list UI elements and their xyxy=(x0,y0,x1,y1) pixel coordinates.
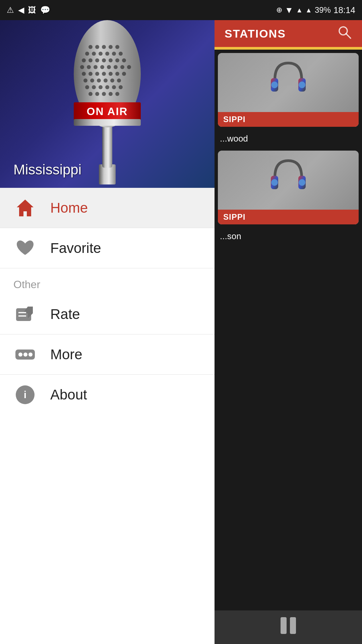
svg-point-9 xyxy=(92,52,96,56)
svg-point-4 xyxy=(95,45,99,49)
svg-point-46 xyxy=(112,85,116,89)
more-icon xyxy=(13,343,37,366)
menu-item-more[interactable]: More xyxy=(0,334,215,375)
favorite-label: Favorite xyxy=(50,240,101,256)
svg-point-32 xyxy=(102,72,106,76)
home-icon xyxy=(13,196,37,220)
menu-list: Home Favorite Other xyxy=(0,188,215,644)
svg-point-25 xyxy=(107,65,111,69)
headphone-icon-1 xyxy=(268,56,308,103)
add-circle-icon: ⊕ xyxy=(276,6,282,14)
back-icon[interactable]: ◀ xyxy=(18,5,24,15)
station-badge-1: SIPPI xyxy=(218,112,359,127)
svg-point-23 xyxy=(94,65,98,69)
svg-point-19 xyxy=(115,58,119,62)
menu-item-favorite[interactable]: Favorite xyxy=(0,228,215,268)
svg-point-43 xyxy=(92,85,96,89)
svg-point-64 xyxy=(28,353,33,357)
svg-rect-55 xyxy=(74,119,141,126)
svg-point-21 xyxy=(80,65,84,69)
svg-point-12 xyxy=(112,52,116,56)
svg-rect-77 xyxy=(281,617,287,634)
svg-point-52 xyxy=(115,92,119,96)
svg-rect-1 xyxy=(102,124,112,168)
svg-point-63 xyxy=(23,353,27,357)
station-name-2: ...son xyxy=(215,228,362,245)
svg-point-7 xyxy=(115,45,119,49)
hero-location-label: Mississippi xyxy=(13,162,81,178)
signal2-icon: ▲ xyxy=(305,6,312,14)
svg-point-33 xyxy=(109,72,113,76)
svg-point-72 xyxy=(299,82,305,88)
svg-point-14 xyxy=(82,58,86,62)
svg-point-38 xyxy=(97,78,101,83)
other-section-header: Other xyxy=(0,268,215,294)
svg-point-18 xyxy=(109,58,113,62)
time-label: 18:14 xyxy=(334,5,355,15)
main-container: ON AIR Mississippi Home xyxy=(0,20,362,644)
rate-icon xyxy=(13,303,37,326)
yellow-accent-bar xyxy=(215,47,362,50)
bottom-player xyxy=(215,610,362,644)
right-panel: STATIONS xyxy=(215,20,362,644)
svg-point-17 xyxy=(102,58,106,62)
home-label: Home xyxy=(50,200,88,216)
svg-point-26 xyxy=(114,65,118,69)
svg-rect-78 xyxy=(290,617,296,634)
svg-point-6 xyxy=(109,45,113,49)
station-card-1[interactable]: SIPPI xyxy=(218,53,359,127)
svg-point-8 xyxy=(85,52,89,56)
svg-point-44 xyxy=(99,85,103,89)
stations-list: SIPPI ...wood xyxy=(215,50,362,610)
svg-text:i: i xyxy=(23,389,26,400)
svg-point-20 xyxy=(122,58,126,62)
svg-point-36 xyxy=(83,78,87,83)
svg-point-41 xyxy=(117,78,121,83)
svg-point-22 xyxy=(87,65,91,69)
headphone-icon-2 xyxy=(268,154,308,201)
svg-point-51 xyxy=(109,92,113,96)
heart-icon xyxy=(13,236,37,260)
menu-item-about[interactable]: i About xyxy=(0,375,215,415)
svg-point-42 xyxy=(85,85,89,89)
hero-image: ON AIR Mississippi xyxy=(0,20,215,188)
svg-point-75 xyxy=(271,179,278,186)
menu-item-rate[interactable]: Rate xyxy=(0,294,215,334)
svg-point-16 xyxy=(95,58,99,62)
svg-point-40 xyxy=(110,78,114,83)
svg-point-49 xyxy=(95,92,99,96)
svg-point-13 xyxy=(119,52,123,56)
svg-point-47 xyxy=(119,85,123,89)
svg-point-31 xyxy=(95,72,99,76)
svg-point-37 xyxy=(90,78,94,83)
search-icon[interactable] xyxy=(337,25,352,43)
svg-point-76 xyxy=(299,179,305,186)
svg-point-62 xyxy=(18,353,22,357)
svg-point-39 xyxy=(104,78,108,83)
svg-point-71 xyxy=(271,82,278,88)
svg-point-50 xyxy=(102,92,106,96)
right-panel-header: STATIONS xyxy=(215,20,362,47)
station-wrapper-2: SIPPI ...son xyxy=(215,151,362,245)
status-left-icons: ⚠ ◀ 🖼 💬 xyxy=(7,5,50,15)
menu-item-home[interactable]: Home xyxy=(0,188,215,228)
station-badge-2: SIPPI xyxy=(218,210,359,224)
battery-label: 39% xyxy=(315,5,331,15)
svg-point-45 xyxy=(105,85,109,89)
notification-icon: ⚠ xyxy=(7,5,14,15)
station-card-2[interactable]: SIPPI xyxy=(218,151,359,224)
wifi-icon: ▼ xyxy=(285,5,294,15)
svg-text:ON AIR: ON AIR xyxy=(87,105,128,117)
pause-button[interactable] xyxy=(277,614,300,641)
svg-point-35 xyxy=(122,72,126,76)
status-bar: ⚠ ◀ 🖼 💬 ⊕ ▼ ▲ ▲ 39% 18:14 xyxy=(0,0,362,20)
info-icon: i xyxy=(13,383,37,407)
svg-point-30 xyxy=(88,72,93,76)
station-wrapper-1: SIPPI ...wood xyxy=(215,53,362,147)
svg-point-27 xyxy=(120,65,124,69)
about-label: About xyxy=(50,387,87,403)
svg-line-68 xyxy=(346,34,351,38)
status-right-icons: ⊕ ▼ ▲ ▲ 39% 18:14 xyxy=(276,5,355,15)
rate-label: Rate xyxy=(50,306,80,322)
svg-point-5 xyxy=(102,45,106,49)
